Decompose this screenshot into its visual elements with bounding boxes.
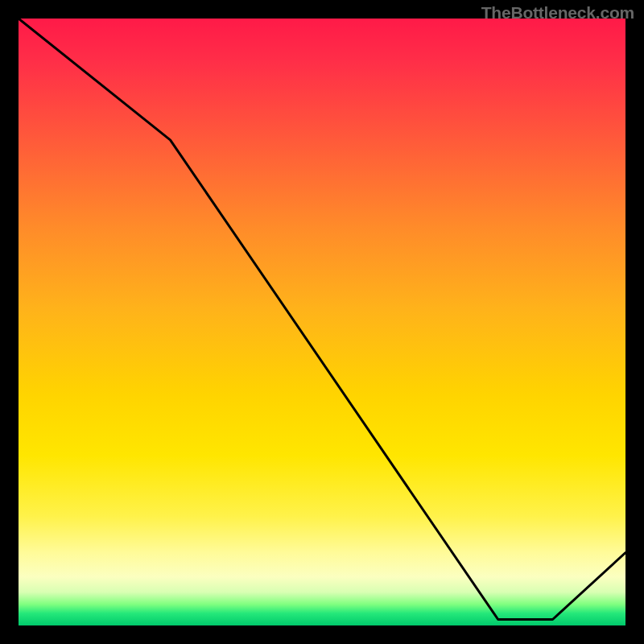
watermark-label: TheBottleneck.com — [481, 3, 634, 23]
chart-frame: TheBottleneck.com — [0, 0, 644, 644]
plot-inner — [19, 19, 625, 625]
curve-svg — [19, 19, 625, 625]
bottleneck-curve — [19, 19, 625, 620]
plot-area — [19, 19, 625, 625]
